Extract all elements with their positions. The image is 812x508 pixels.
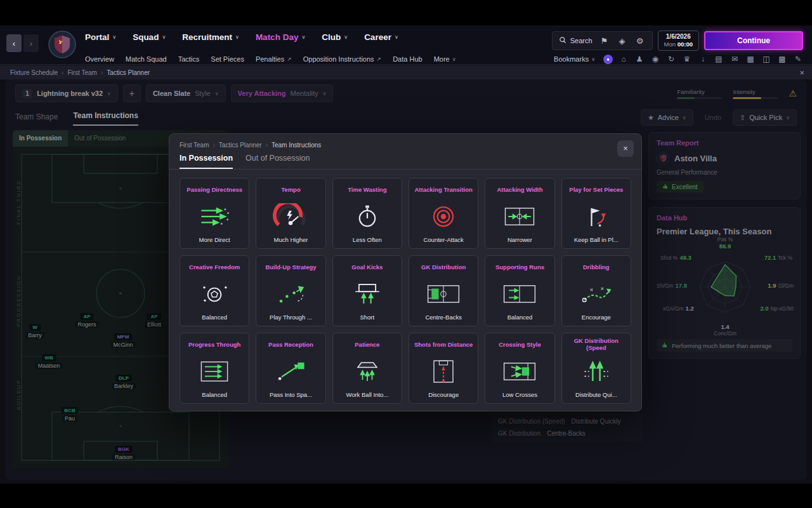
subnav-item-overview[interactable]: Overview (85, 55, 114, 63)
printer-icon[interactable]: ▤ (714, 55, 724, 64)
summary-row-value: Distribute Quickly (572, 415, 621, 427)
settings-gear-icon[interactable]: ⚙ (634, 36, 646, 46)
instruction-card-pass-reception[interactable]: Pass ReceptionPass Into Spa... (256, 333, 325, 404)
subnav-item-set-pieces[interactable]: Set Pieces (211, 55, 244, 63)
chart-icon[interactable]: ◫ (761, 55, 771, 64)
advice-label: Advice (658, 114, 679, 121)
club-crest (48, 30, 76, 58)
breadcrumb-item-first-team[interactable]: First Team (180, 142, 209, 149)
instruction-card-attacking-transition[interactable]: Attacking TransitionCounter-Attack (409, 178, 478, 249)
nav-item-club[interactable]: Club∨ (322, 32, 348, 42)
instruction-cards-grid: Passing DirectnessMore DirectTempoMuch H… (169, 170, 641, 413)
whistle-icon[interactable]: ◉ (650, 55, 660, 64)
instruction-card-dribbling[interactable]: DribblingEncourage (561, 255, 631, 326)
quick-pick-button[interactable]: ⇧ Quick Pick ∨ (733, 109, 797, 126)
add-tactic-button[interactable]: + (123, 84, 141, 102)
subnav-item-more[interactable]: More∨ (434, 55, 456, 63)
bookmarks-button[interactable]: Bookmarks ∨ (554, 55, 595, 63)
instruction-card-build-up-strategy[interactable]: Build-Up StrategyPlay Through ... (256, 255, 325, 326)
instruction-card-tempo[interactable]: TempoMuch Higher (256, 178, 325, 249)
player-barkley[interactable]: DLPBarkley (112, 375, 136, 389)
instruction-card-gk-distribution[interactable]: GK DistributionCentre-Backs (409, 255, 478, 326)
player-mcginn[interactable]: MPMMcGinn (110, 333, 135, 348)
instruction-summary-row[interactable]: GK DistributionCentre-Backs (498, 427, 636, 439)
forward-button[interactable]: › (23, 34, 39, 52)
player-barry[interactable]: WBarry (25, 324, 44, 338)
nav-item-portal[interactable]: Portal∨ (85, 32, 116, 42)
nav-item-recruitment[interactable]: Recruitment∨ (182, 32, 239, 42)
chevron-down-icon: ∨ (786, 115, 790, 121)
trophy-icon[interactable]: ♛ (682, 55, 692, 64)
refresh-icon[interactable]: ↻ (666, 55, 676, 64)
date-display[interactable]: 1/6/2026 Mon 00:00 (658, 30, 699, 51)
instruction-card-passing-directness[interactable]: Passing DirectnessMore Direct (180, 178, 249, 249)
instruction-card-creative-freedom[interactable]: Creative FreedomBalanced (180, 255, 249, 326)
breadcrumb-item-team-instructions[interactable]: Team Instructions (272, 142, 321, 149)
close-icon[interactable]: × (799, 68, 804, 77)
modal-tab-in-possession[interactable]: In Possession (180, 154, 233, 169)
breadcrumb-item-tactics-planner[interactable]: Tactics Planner (219, 142, 262, 149)
instruction-card-play-for-set-pieces[interactable]: Play for Set PiecesKeep Ball in Pl... (561, 178, 631, 249)
instruction-card-supporting-runs[interactable]: Supporting RunsBalanced (485, 255, 554, 326)
nav-item-career[interactable]: Career∨ (364, 32, 398, 42)
subnav-item-data-hub[interactable]: Data Hub (393, 55, 422, 63)
style-select[interactable]: Clean Slate Style ∨ (146, 84, 226, 102)
team-instructions-modal: First Team›Tactics Planner›Team Instruct… (169, 133, 642, 411)
calendar-icon[interactable]: ▩ (777, 55, 787, 64)
attacking-transition-icon (412, 197, 475, 236)
breadcrumb-item-first-team[interactable]: First Team (67, 69, 97, 76)
modal-close-button[interactable]: × (617, 140, 634, 157)
notes-icon[interactable]: ✎ (793, 55, 803, 64)
mentality-value: Very Attacking (238, 90, 286, 97)
chat-icon[interactable]: ● (603, 55, 613, 64)
data-hub-panel[interactable]: Data Hub Premier League, This Season Pas… (648, 207, 801, 359)
tab-team-shape[interactable]: Team Shape (15, 112, 58, 126)
team-report-panel[interactable]: Team Report Aston Villa General Performa… (648, 132, 801, 199)
download-icon[interactable]: ↓ (698, 55, 708, 64)
mentality-select[interactable]: Very Attacking Mentality ∨ (231, 84, 334, 102)
player-rogers[interactable]: APRogers (75, 313, 98, 328)
instruction-summary-row[interactable]: GK Distribution (Speed)Distribute Quickl… (498, 415, 636, 427)
pitch-tab-in-possession[interactable]: In Possession (13, 130, 68, 147)
nav-item-label: Club (322, 32, 341, 42)
subnav-item-penalties[interactable]: Penalties↗ (256, 55, 292, 63)
subnav-item-match-squad[interactable]: Match Squad (126, 55, 167, 63)
stadium-icon[interactable]: ⌂ (619, 55, 629, 64)
instruction-card-gk-distribution-speed[interactable]: GK Distribution (SpeedDistribute Qui... (561, 333, 631, 404)
instruction-card-goal-kicks[interactable]: Goal KicksShort (332, 255, 402, 326)
top-bar: ‹ › Portal∨Squad∨Recruitment∨Match Day∨C… (0, 25, 812, 65)
instruction-card-crossing-style[interactable]: Crossing StyleLow Crosses (485, 333, 554, 404)
nav-item-match-day[interactable]: Match Day∨ (256, 32, 305, 42)
subnav-item-tactics[interactable]: Tactics (178, 55, 200, 63)
instruction-card-value: Discourage (428, 391, 459, 398)
continue-button[interactable]: Continue (704, 31, 803, 50)
breadcrumb-item-fixture-schedule[interactable]: Fixture Schedule (10, 69, 58, 76)
search-button[interactable]: Search (559, 36, 593, 45)
shirt-icon[interactable]: ♟ (634, 55, 645, 64)
player-elliott[interactable]: APElliott (145, 313, 164, 328)
player-raison[interactable]: BGKRaison (112, 446, 135, 460)
instruction-card-attacking-width[interactable]: Attacking WidthNarrower (485, 178, 554, 249)
mail-icon[interactable]: ✉ (730, 55, 740, 64)
tab-team-instructions[interactable]: Team Instructions (73, 111, 138, 126)
radar-stat-value: 1.2 (686, 305, 694, 312)
bookmark-flag-icon[interactable]: ⚑ (599, 36, 610, 46)
hints-icon[interactable]: ◈ (617, 36, 628, 46)
pitch-tab-out-of-possession[interactable]: Out of Possession (68, 130, 132, 147)
advice-button[interactable]: ★ Advice ∨ (641, 109, 693, 126)
player-role-badge: WB (41, 354, 56, 361)
player-pau[interactable]: BCBPau (61, 407, 78, 422)
instruction-card-shots-from-distance[interactable]: Shots from DistanceDiscourage (409, 333, 478, 404)
instruction-card-time-wasting[interactable]: Time WastingLess Often (332, 178, 402, 249)
player-maatsen[interactable]: WBMaatsen (36, 354, 63, 369)
undo-button[interactable]: Undo (698, 109, 728, 126)
instruction-card-patience[interactable]: PatienceWork Ball Into... (332, 333, 402, 404)
tactic-select[interactable]: 1 Lightning break v32 ∨ (15, 84, 118, 102)
instruction-card-progress-through[interactable]: Progress ThroughBalanced (180, 333, 249, 404)
back-button[interactable]: ‹ (6, 34, 22, 52)
notebook-icon[interactable]: ▦ (745, 55, 756, 64)
modal-tab-out-of-possession[interactable]: Out of Possession (246, 154, 310, 169)
nav-item-squad[interactable]: Squad∨ (133, 32, 166, 42)
breadcrumb-item-tactics-planner[interactable]: Tactics Planner (107, 69, 150, 76)
subnav-item-opposition-instructions[interactable]: Opposition Instructions↗ (303, 55, 381, 63)
